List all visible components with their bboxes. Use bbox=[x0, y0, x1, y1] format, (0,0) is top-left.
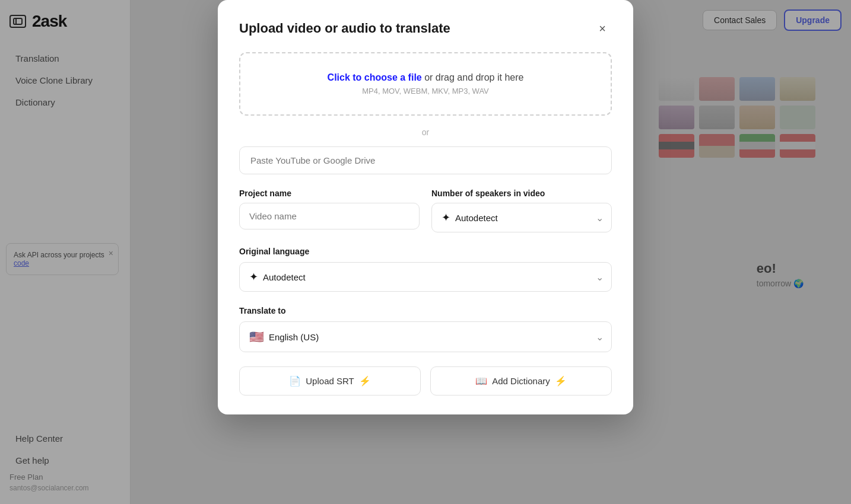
original-language-value: Autodetect bbox=[263, 272, 306, 282]
or-divider: or bbox=[239, 127, 612, 137]
project-name-input[interactable] bbox=[239, 203, 420, 229]
speakers-autodetect-icon: ✦ bbox=[442, 211, 450, 224]
translate-to-select[interactable]: 🇺🇸 English (US) bbox=[239, 321, 612, 352]
document-icon: 📄 bbox=[289, 375, 301, 387]
translate-to-wrapper: 🇺🇸 English (US) ⌄ bbox=[239, 321, 612, 352]
speakers-select[interactable]: ✦ Autodetect bbox=[431, 203, 612, 232]
book-icon: 📖 bbox=[475, 375, 487, 387]
form-group-project-name: Project name bbox=[239, 189, 420, 232]
upload-modal: Upload video or audio to translate × Cli… bbox=[218, 0, 633, 414]
form-group-speakers: Number of speakers in video ✦ Autodetect… bbox=[431, 189, 612, 232]
original-language-group: Original language ✦ Autodetect ⌄ bbox=[239, 247, 612, 292]
speakers-select-wrapper: ✦ Autodetect ⌄ bbox=[431, 203, 612, 232]
upload-srt-button[interactable]: 📄 Upload SRT ⚡ bbox=[239, 366, 421, 395]
modal-header: Upload video or audio to translate × bbox=[239, 19, 612, 38]
add-dictionary-label: Add Dictionary bbox=[492, 376, 550, 386]
original-language-wrapper: ✦ Autodetect ⌄ bbox=[239, 262, 612, 292]
upload-rest-text: or drag and drop it here bbox=[424, 72, 523, 82]
speakers-label: Number of speakers in video bbox=[431, 189, 612, 198]
modal-close-button[interactable]: × bbox=[593, 19, 612, 38]
add-dictionary-button[interactable]: 📖 Add Dictionary ⚡ bbox=[430, 366, 612, 395]
upload-zone-text: Click to choose a file or drag and drop … bbox=[252, 72, 599, 83]
speakers-value: Autodetect bbox=[455, 213, 498, 223]
youtube-url-input[interactable] bbox=[239, 146, 612, 174]
modal-overlay: Upload video or audio to translate × Cli… bbox=[0, 0, 851, 504]
original-language-icon: ✦ bbox=[249, 270, 258, 283]
translate-to-label: Translate to bbox=[239, 306, 612, 315]
upload-srt-lightning-icon: ⚡ bbox=[359, 375, 371, 387]
translate-to-flag: 🇺🇸 bbox=[249, 330, 264, 344]
original-language-select[interactable]: ✦ Autodetect bbox=[239, 262, 612, 292]
original-language-label: Original language bbox=[239, 247, 612, 256]
modal-title: Upload video or audio to translate bbox=[239, 21, 450, 36]
translate-to-group: Translate to 🇺🇸 English (US) ⌄ bbox=[239, 306, 612, 352]
upload-click-text: Click to choose a file bbox=[328, 72, 422, 82]
bottom-buttons: 📄 Upload SRT ⚡ 📖 Add Dictionary ⚡ bbox=[239, 366, 612, 395]
translate-to-value: English (US) bbox=[269, 332, 319, 342]
project-name-label: Project name bbox=[239, 189, 420, 198]
upload-zone-formats: MP4, MOV, WEBM, MKV, MP3, WAV bbox=[252, 87, 599, 95]
form-row-name-speakers: Project name Number of speakers in video… bbox=[239, 189, 612, 232]
add-dictionary-lightning-icon: ⚡ bbox=[555, 375, 567, 387]
upload-drop-zone[interactable]: Click to choose a file or drag and drop … bbox=[239, 52, 612, 116]
upload-srt-label: Upload SRT bbox=[306, 376, 354, 386]
